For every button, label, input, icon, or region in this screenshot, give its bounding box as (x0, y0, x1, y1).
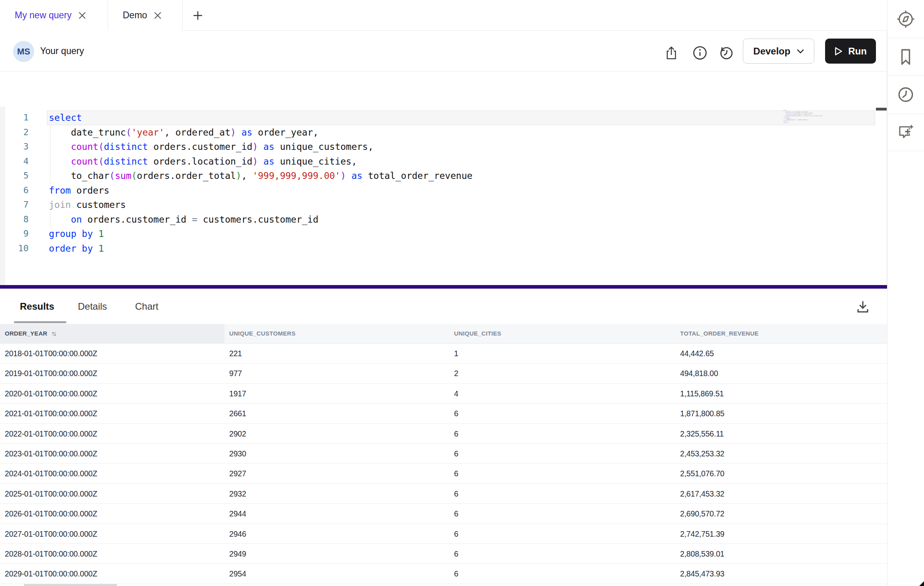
table-cell: 6 (454, 524, 458, 544)
code-line[interactable]: 7join customers (0, 198, 887, 212)
table-body: 2018-01-01T00:00:00.000Z221144,442.65201… (0, 343, 887, 584)
table-cell: 4 (454, 384, 458, 404)
line-number: 3 (0, 140, 29, 154)
table-cell: 494,818.00 (680, 363, 718, 383)
column-label: ORDER_YEAR (5, 330, 47, 337)
tab-label: My new query (15, 10, 72, 21)
code-text: join customers (49, 198, 126, 212)
code-text: on orders.customer_id = customers.custom… (49, 212, 319, 227)
tab-results[interactable]: Results (20, 289, 54, 324)
table-cell: 2018-01-01T00:00:00.000Z (5, 343, 97, 363)
code-line[interactable]: 6from orders (0, 183, 887, 198)
line-number: 2 (0, 125, 29, 140)
column-header-order-year[interactable]: ORDER_YEAR↑↓ (5, 324, 55, 343)
pane-splitter-handle[interactable] (0, 285, 887, 289)
table-row[interactable]: 2020-01-01T00:00:00.000Z191741,115,869.5… (0, 384, 887, 404)
table-cell: 2661 (229, 404, 246, 423)
sidebar-item-explore[interactable] (887, 0, 924, 38)
query-header: MS Your query Develop Run (0, 31, 887, 72)
window-resize-grip[interactable] (919, 581, 924, 586)
table-cell: 2930 (229, 444, 246, 464)
close-tab-icon[interactable] (79, 12, 86, 19)
ai-comment-icon (896, 123, 915, 142)
table-cell: 2021-01-01T00:00:00.000Z (5, 404, 97, 423)
column-header-total-order-revenue[interactable]: TOTAL_ORDER_REVENUE (680, 324, 759, 343)
sql-query-editor-app: My new query Demo MS Your query Deve (0, 0, 924, 586)
sidebar-item-history[interactable] (887, 76, 924, 114)
table-cell: 6 (454, 404, 458, 423)
develop-button[interactable]: Develop (743, 39, 814, 64)
history-icon[interactable] (719, 45, 734, 60)
table-cell: 6 (454, 484, 458, 504)
code-line[interactable]: 5 to_char(sum(orders.order_total), '999,… (0, 169, 887, 183)
code-text: date_trunc('year', ordered_at) as order_… (49, 125, 319, 140)
run-label: Run (848, 46, 867, 57)
sidebar-item-ai-comments[interactable] (887, 114, 924, 151)
table-cell: 2022-01-01T00:00:00.000Z (5, 424, 97, 444)
run-button[interactable]: Run (825, 39, 876, 64)
code-text: order by 1 (783, 122, 789, 123)
code-line: order by 1 (783, 122, 853, 123)
table-row[interactable]: 2026-01-01T00:00:00.000Z294462,690,570.7… (0, 504, 887, 524)
share-icon[interactable] (664, 45, 679, 60)
tab-details[interactable]: Details (78, 289, 107, 324)
sort-arrows-icon[interactable]: ↑↓ (51, 330, 55, 337)
table-cell: 2,742,751.39 (680, 524, 724, 544)
line-number: 10 (0, 241, 29, 256)
table-row[interactable]: 2024-01-01T00:00:00.000Z292762,551,076.7… (0, 464, 887, 483)
editor-minimap[interactable]: select date_trunc('year', ordered_at) as… (783, 110, 876, 161)
code-line[interactable]: 2 date_trunc('year', ordered_at) as orde… (0, 125, 887, 140)
table-cell: 6 (454, 504, 458, 524)
table-cell: 2019-01-01T00:00:00.000Z (5, 363, 97, 383)
table-row[interactable]: 2021-01-01T00:00:00.000Z266161,871,800.8… (0, 404, 887, 423)
code-line[interactable]: 8 on orders.customer_id = customers.cust… (0, 212, 887, 227)
table-row[interactable]: 2025-01-01T00:00:00.000Z293262,617,453.3… (0, 484, 887, 504)
table-row[interactable]: 2029-01-01T00:00:00.000Z295462,845,473.9… (0, 564, 887, 584)
close-tab-icon[interactable] (154, 12, 161, 19)
code-text: group by 1 (49, 227, 104, 241)
table-cell: 6 (454, 444, 458, 464)
table-cell: 2944 (229, 504, 246, 524)
compass-icon (897, 10, 915, 28)
tab-my-new-query[interactable]: My new query (0, 0, 108, 31)
line-number: 1 (0, 111, 29, 125)
line-number: 5 (0, 169, 29, 183)
query-title: Your query (40, 46, 84, 56)
download-results-icon[interactable] (855, 299, 871, 314)
line-number: 4 (0, 154, 29, 169)
line-number: 8 (0, 212, 29, 227)
table-row[interactable]: 2027-01-01T00:00:00.000Z294662,742,751.3… (0, 524, 887, 544)
sql-code-editor[interactable]: 1select2 date_trunc('year', ordered_at) … (0, 72, 887, 285)
table-row[interactable]: 2028-01-01T00:00:00.000Z294962,808,539.0… (0, 544, 887, 564)
new-tab-button[interactable] (183, 0, 213, 31)
code-text: order by 1 (49, 241, 104, 256)
code-line[interactable]: 1select (0, 111, 887, 125)
code-line[interactable]: 3 count(distinct orders.customer_id) as … (0, 140, 887, 154)
table-row[interactable]: 2022-01-01T00:00:00.000Z290262,325,556.1… (0, 424, 887, 444)
code-line[interactable]: 4 count(distinct orders.location_id) as … (0, 154, 887, 169)
code-line[interactable]: 10order by 1 (0, 241, 887, 256)
table-cell: 2,808,539.01 (680, 544, 724, 564)
column-header-unique-customers[interactable]: UNIQUE_CUSTOMERS (229, 324, 296, 343)
table-cell: 2024-01-01T00:00:00.000Z (5, 464, 97, 483)
table-cell: 2026-01-01T00:00:00.000Z (5, 504, 97, 524)
line-number: 6 (0, 183, 29, 198)
table-row[interactable]: 2023-01-01T00:00:00.000Z293062,453,253.3… (0, 444, 887, 464)
sidebar-item-bookmarks[interactable] (887, 38, 924, 76)
indent-guide (50, 125, 50, 183)
column-header-unique-cities[interactable]: UNIQUE_CITIES (454, 324, 501, 343)
table-cell: 6 (454, 544, 458, 564)
line-number: 7 (0, 198, 29, 212)
tab-demo[interactable]: Demo (108, 0, 183, 31)
horizontal-scrollbar-thumb[interactable] (24, 584, 117, 586)
table-row[interactable]: 2018-01-01T00:00:00.000Z221144,442.65 (0, 343, 887, 363)
editor-scrollbar-thumb[interactable] (876, 108, 887, 111)
table-cell: 6 (454, 564, 458, 584)
table-cell: 2,453,253.32 (680, 444, 724, 464)
table-row[interactable]: 2019-01-01T00:00:00.000Z9772494,818.00 (0, 363, 887, 383)
code-line[interactable]: 9group by 1 (0, 227, 887, 241)
query-tab-bar: My new query Demo (0, 0, 887, 31)
info-icon[interactable] (692, 45, 707, 60)
tab-chart[interactable]: Chart (135, 289, 159, 324)
avatar[interactable]: MS (13, 41, 34, 62)
